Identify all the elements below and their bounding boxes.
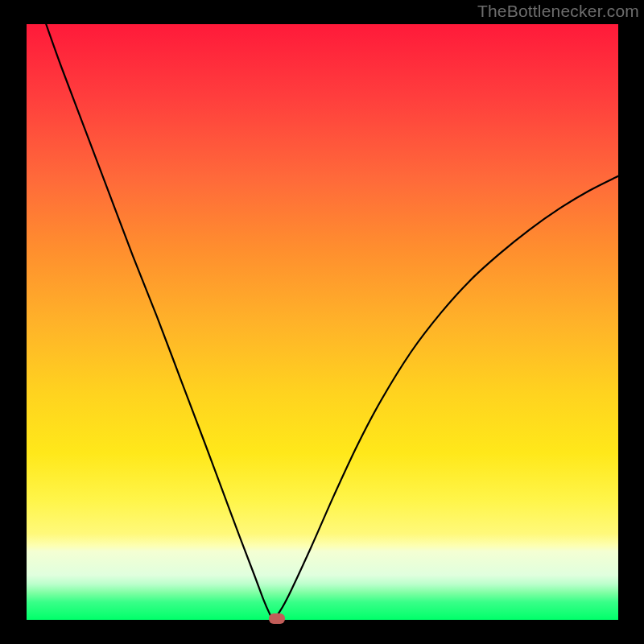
- curve-minimum-marker: [269, 613, 285, 624]
- watermark-text: TheBottlenecker.com: [477, 2, 639, 21]
- chart-frame: TheBottlenecker.com: [0, 0, 644, 644]
- bottleneck-curve: [0, 0, 644, 644]
